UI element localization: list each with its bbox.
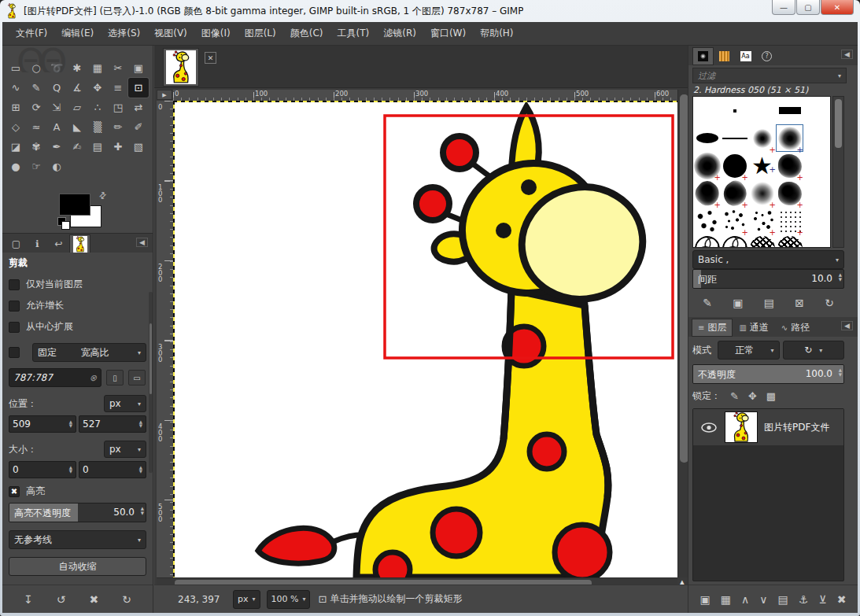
tab-fonts[interactable]: Aa xyxy=(735,47,756,65)
position-unit-dropdown[interactable]: px ▾ xyxy=(104,395,146,412)
tool-text[interactable]: A xyxy=(46,117,67,137)
position-y-spinner[interactable]: 527 ▲▼ xyxy=(79,415,146,433)
tool-move[interactable]: ✥ xyxy=(87,78,108,98)
tool-options-scrollbar[interactable] xyxy=(149,292,153,473)
quick-mask-toggle[interactable]: ▶ xyxy=(157,90,172,100)
menu-item[interactable]: 工具(T) xyxy=(330,23,377,44)
tool-perspective-clone[interactable]: ▧ xyxy=(128,137,149,157)
delete-layer-button[interactable]: ✖ xyxy=(837,593,847,606)
tool-airbrush[interactable]: ✾ xyxy=(26,137,46,157)
reset-tool-options-button[interactable]: ↻ xyxy=(122,593,131,606)
dock-menu-icon[interactable]: ◀ xyxy=(841,321,853,330)
brush-swatch[interactable] xyxy=(693,179,721,207)
brush-filter-input[interactable]: 过滤 ▾ xyxy=(692,68,847,83)
brush-swatch[interactable] xyxy=(776,234,803,248)
menu-item[interactable]: 帮助(H) xyxy=(473,23,520,44)
tool-3d-transform[interactable]: ◳ xyxy=(108,98,128,117)
brush-swatch[interactable]: ★ xyxy=(748,152,776,179)
lock-pixels-icon[interactable]: ✎ xyxy=(730,390,739,402)
current-layer-option[interactable]: 仅对当前图层 xyxy=(9,278,146,291)
menu-item[interactable]: 视图(V) xyxy=(147,23,194,44)
save-tool-options-button[interactable]: ↧ xyxy=(24,593,33,606)
tab-layers[interactable]: ≡图层 xyxy=(692,319,733,337)
tool-paintbrush[interactable]: ✐ xyxy=(128,117,149,137)
highlight-option[interactable]: ✖ 高亮 xyxy=(9,485,146,498)
clear-icon[interactable]: ⊗ xyxy=(90,373,97,383)
dock-tab-device-status[interactable]: ℹ xyxy=(27,234,48,253)
tool-gradient[interactable]: ▒ xyxy=(87,117,108,137)
menu-item[interactable]: 图像(I) xyxy=(194,23,238,44)
tool-ink[interactable]: ✒ xyxy=(46,137,67,157)
status-unit-dropdown[interactable]: px ▾ xyxy=(233,590,260,609)
fixed-checkbox[interactable] xyxy=(9,347,20,358)
tool-unified-transform[interactable]: ⊞ xyxy=(6,98,26,117)
close-image-icon[interactable]: ✕ xyxy=(205,52,216,64)
dock-tab-image-tab[interactable] xyxy=(69,234,90,253)
menu-item[interactable]: 颜色(C) xyxy=(283,23,330,44)
size-w-spinner[interactable]: 0 ▲▼ xyxy=(9,461,76,478)
tool-eraser[interactable]: ◪ xyxy=(6,137,26,157)
tool-shear[interactable]: ▱ xyxy=(67,98,87,117)
spinner-arrows-icon[interactable]: ▲▼ xyxy=(839,272,842,282)
duplicate-brush-button[interactable]: ▤ xyxy=(764,297,774,309)
menu-item[interactable]: 滤镜(R) xyxy=(376,23,423,44)
new-layer-button[interactable]: ▣ xyxy=(700,593,711,606)
tool-free-select[interactable]: ➰ xyxy=(46,58,67,78)
tool-scissors-select[interactable]: ✂ xyxy=(108,58,128,78)
position-x-spinner[interactable]: 509 ▲▼ xyxy=(9,415,76,433)
brush-swatch[interactable] xyxy=(693,234,721,248)
delete-tool-options-button[interactable]: ✖ xyxy=(90,593,99,606)
new-brush-button[interactable]: ▣ xyxy=(733,297,743,309)
landscape-button[interactable]: ▭ xyxy=(128,370,146,385)
tool-warp-transform[interactable]: ≈ xyxy=(26,117,46,137)
foreground-color-swatch[interactable] xyxy=(59,194,90,216)
close-button[interactable]: ✕ xyxy=(821,0,854,15)
tool-select-by-color[interactable]: ▦ xyxy=(87,58,108,78)
tool-rectangle-select[interactable]: ▭ xyxy=(6,58,26,78)
brush-swatch[interactable] xyxy=(721,179,748,207)
checkbox-checked[interactable]: ✖ xyxy=(9,486,20,497)
layer-mode-dropdown[interactable]: 正常 ▾ xyxy=(718,341,780,360)
vertical-ruler[interactable]: 01 0 02 0 03 0 04 0 05 0 0 xyxy=(157,101,173,577)
brush-swatch[interactable] xyxy=(748,124,776,152)
tool-align[interactable]: ≡ xyxy=(108,78,128,98)
brush-swatch[interactable] xyxy=(693,124,721,152)
tool-cage-transform[interactable]: ◇ xyxy=(6,117,26,137)
merge-layer-button[interactable]: ⊻ xyxy=(818,593,826,606)
tool-blur-sharpen[interactable]: ● xyxy=(6,157,26,176)
tool-bucket-fill[interactable]: ◣ xyxy=(67,117,87,137)
brush-swatch[interactable] xyxy=(693,97,721,124)
tool-handle-transform[interactable]: ∴ xyxy=(87,98,108,117)
highlight-opacity-slider[interactable]: 高亮不透明度 50.0 ▲▼ xyxy=(9,503,146,522)
brush-swatch[interactable] xyxy=(748,97,776,124)
tool-smudge[interactable]: ☞ xyxy=(26,157,46,176)
brush-swatch[interactable] xyxy=(721,207,748,234)
duplicate-layer-button[interactable]: ▤ xyxy=(778,593,788,606)
brush-swatch[interactable] xyxy=(693,207,721,234)
brush-swatch[interactable] xyxy=(776,97,803,124)
dock-tab-tool-options[interactable]: ▢ xyxy=(6,234,27,253)
lower-layer-button[interactable]: ∨ xyxy=(759,593,767,606)
tab-brushes[interactable] xyxy=(692,47,714,65)
anchor-layer-button[interactable]: ⚓ xyxy=(799,593,809,606)
allow-grow-option[interactable]: 允许增长 xyxy=(9,299,146,312)
brush-grid-scrollbar[interactable] xyxy=(832,96,844,248)
tool-rotate[interactable]: ⟳ xyxy=(26,98,46,117)
minimize-button[interactable]: — xyxy=(772,0,795,15)
spinner-arrows-icon[interactable]: ▲▼ xyxy=(139,466,142,474)
dock-menu-icon[interactable]: ◀ xyxy=(841,50,853,59)
brush-swatch[interactable] xyxy=(748,207,776,234)
spinner-arrows-icon[interactable]: ▲▼ xyxy=(139,420,142,428)
menu-item[interactable]: 窗口(W) xyxy=(423,23,473,44)
tool-measure[interactable]: ∡ xyxy=(67,78,87,98)
menu-item[interactable]: 图层(L) xyxy=(238,23,283,44)
dock-menu-icon[interactable]: ◀ xyxy=(136,238,148,247)
layer-row[interactable]: 图片转PDF文件 xyxy=(693,409,843,445)
checkbox[interactable] xyxy=(9,301,20,312)
zoom-dropdown[interactable]: 100 % ▾ xyxy=(267,590,311,609)
dock-tab-undo-history[interactable]: ↩ xyxy=(48,234,69,253)
canvas[interactable] xyxy=(173,101,677,577)
layer-thumbnail[interactable] xyxy=(725,411,758,443)
tool-dodge-burn[interactable]: ◐ xyxy=(46,157,67,176)
raise-layer-button[interactable]: ∧ xyxy=(741,593,749,606)
